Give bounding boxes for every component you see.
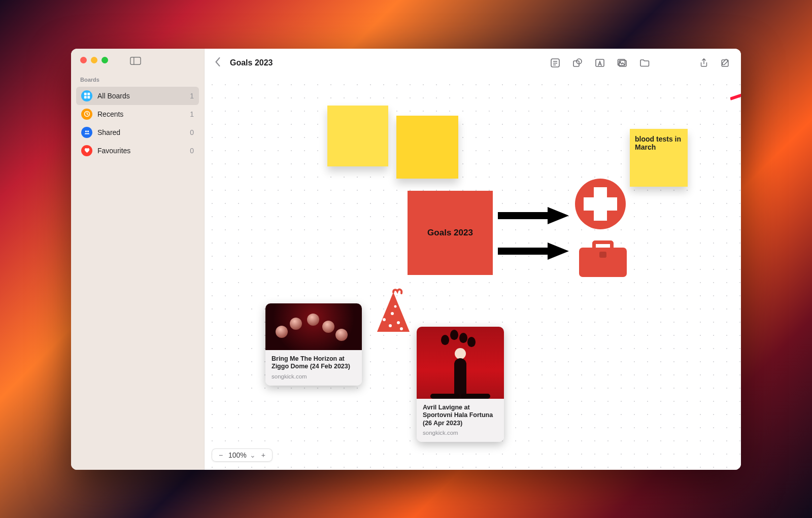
svg-point-22 [397,321,400,324]
svg-point-20 [383,318,386,321]
svg-point-24 [400,327,403,330]
insert-shape-button[interactable] [572,57,583,68]
people-icon [81,127,92,138]
app-window: Boards All Boards 1 Recents 1 Sh [71,49,741,470]
zoom-menu-chevron-icon[interactable]: ⌄ [250,451,256,459]
zoom-value[interactable]: 100% [228,451,247,459]
sticky-note[interactable] [396,116,458,179]
svg-point-25 [394,305,397,307]
goals-block[interactable]: Goals 2023 [408,191,493,275]
card-source: songkick.com [272,373,356,379]
minimize-window-button[interactable] [91,57,97,63]
freeform-canvas[interactable]: blood tests in March Goals 2023 [205,77,741,470]
sidebar-item-shared[interactable]: Shared 0 [76,123,199,142]
share-button[interactable] [698,57,709,68]
heart-icon [81,145,92,156]
svg-rect-2 [84,93,86,95]
sidebar: Boards All Boards 1 Recents 1 Sh [71,49,205,470]
card-image [265,303,362,350]
sidebar-item-recents[interactable]: Recents 1 [76,105,199,123]
sidebar-item-label: All Boards [97,92,130,100]
briefcase-icon[interactable] [579,240,627,277]
svg-point-23 [389,324,392,327]
sticky-note[interactable] [327,106,388,166]
party-hat-icon[interactable] [373,283,414,334]
svg-point-7 [85,130,86,132]
svg-rect-4 [84,96,86,98]
sidebar-item-label: Shared [97,128,120,136]
toolbar: Goals 2023 [205,49,741,77]
zoom-control: − 100% ⌄ + [212,448,273,462]
arrow-shape[interactable] [498,207,569,224]
zoom-out-button[interactable]: − [216,451,225,459]
clock-icon [81,109,92,120]
sidebar-item-label: Favourites [97,147,130,155]
card-title: Avril Lavigne at Sportovni Hala Fortuna … [423,404,498,428]
close-window-button[interactable] [80,57,87,63]
compose-button[interactable] [720,57,731,68]
arrow-shape[interactable] [498,243,569,260]
insert-text-button[interactable] [594,57,605,68]
svg-point-8 [87,130,88,132]
sidebar-item-count: 1 [190,110,194,118]
sidebar-item-count: 0 [190,147,194,155]
svg-point-21 [391,312,394,315]
sidebar-list: All Boards 1 Recents 1 Shared 0 [71,87,204,160]
grid-icon [81,90,92,101]
sidebar-item-count: 1 [190,92,194,100]
sidebar-item-favourites[interactable]: Favourites 0 [76,142,199,160]
fullscreen-window-button[interactable] [101,57,108,63]
svg-rect-5 [87,96,90,98]
link-card-bmth[interactable]: Bring Me The Horizon at Ziggo Dome (24 F… [265,303,362,386]
insert-image-button[interactable] [617,57,628,68]
sidebar-item-label: Recents [97,110,123,118]
insert-note-button[interactable] [550,57,561,68]
link-card-avril[interactable]: Avril Lavigne at Sportovni Hala Fortuna … [417,327,504,442]
insert-file-button[interactable] [639,57,650,68]
card-image [417,327,504,399]
board-title: Goals 2023 [230,58,273,67]
svg-rect-3 [87,93,90,95]
svg-rect-0 [130,57,141,64]
right-toolbar [698,57,731,68]
sidebar-section-title: Boards [71,63,204,87]
card-source: songkick.com [423,430,498,436]
sidebar-item-all-boards[interactable]: All Boards 1 [76,87,199,105]
insert-toolbar [550,57,650,68]
health-cross-icon[interactable] [575,179,626,229]
main-area: Goals 2023 blood tests in March Goals [205,49,741,470]
card-title: Bring Me The Horizon at Ziggo Dome (24 F… [272,355,356,371]
goals-block-text: Goals 2023 [427,228,473,238]
zoom-in-button[interactable]: + [259,451,268,459]
sticky-text: blood tests in March [635,135,681,151]
toggle-sidebar-button[interactable] [129,56,142,65]
sidebar-item-count: 0 [190,128,194,136]
sticky-note-blood-tests[interactable]: blood tests in March [630,129,688,187]
back-button[interactable] [215,57,221,68]
